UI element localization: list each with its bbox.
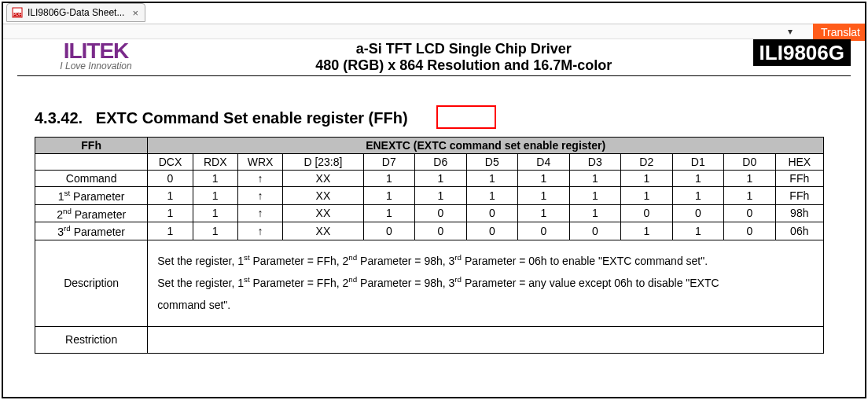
cell: 1 [724,171,776,187]
cell: ↑ [237,222,282,240]
cell: 06h [775,222,823,240]
hdr-ffh: FFh [35,138,148,154]
cell: 98h [775,204,823,222]
cell: 1 [621,171,673,187]
cell: 1 [363,204,415,222]
pdf-icon: PDF [12,7,23,18]
section-number: 4.3.42. [35,109,83,127]
col-d2: D2 [621,154,673,171]
col-blank [35,154,148,171]
cell: XX [283,187,363,205]
cell: 1 [363,171,415,187]
cell: 0 [415,222,467,240]
cell: ↑ [237,204,282,222]
description-text: Set the register, 1st Parameter = FFh, 2… [148,240,824,326]
table-row: 3rd Parameter 1 1 ↑ XX 0 0 0 0 0 1 1 0 0… [35,222,824,240]
table-row: Command 0 1 ↑ XX 1 1 1 1 1 1 1 1 FFh [35,171,824,187]
cell: 1 [415,171,467,187]
tab-bar: PDF ILI9806G-Data Sheet... × [3,3,865,24]
cell: 0 [148,171,193,187]
cell: 0 [466,222,518,240]
col-rdx: RDX [193,154,237,171]
section-title-b: (FFh) [364,109,408,127]
cell: 1 [724,187,776,205]
cell: 1 [518,187,570,205]
cell: 1 [193,222,237,240]
cell: 0 [466,204,518,222]
cell: 0 [621,204,673,222]
cell: XX [283,204,363,222]
section-heading: 4.3.42. EXTC Command Set enable register… [35,109,851,127]
cell: 1 [148,187,193,205]
row-label: 2nd Parameter [35,204,148,222]
register-table: FFh ENEXTC (EXTC command set enable regi… [35,137,824,354]
chip-badge-wrap: ILI9806G [753,41,851,65]
chip-badge: ILI9806G [753,39,851,66]
tab-title: ILI9806G-Data Sheet... [28,7,124,18]
close-icon[interactable]: × [129,7,138,19]
cell: 1 [466,187,518,205]
logo-text: ILITEK [17,41,175,61]
cell: 0 [724,204,776,222]
cell: 1 [518,171,570,187]
desc-label: Description [35,240,148,326]
cell: 1 [193,204,237,222]
toolbar: ▾ Translat [3,24,865,39]
cell: 1 [621,222,673,240]
row-label: 3rd Parameter [35,222,148,240]
title-line-1: a-Si TFT LCD Single Chip Driver [175,41,753,57]
cell: 1 [363,187,415,205]
cell: 1 [672,222,724,240]
cell: 1 [415,187,467,205]
section-title-a: EXTC Command Set enable register [96,109,364,127]
table-column-header: DCX RDX WRX D [23:8] D7 D6 D5 D4 D3 D2 D… [35,154,824,171]
cell: XX [283,171,363,187]
logo-subtitle: I Love Innovation [17,61,175,72]
hdr-enextc: ENEXTC (EXTC command set enable register… [148,138,824,154]
red-highlight-box [436,105,496,129]
cell: 0 [363,222,415,240]
document-area: ILITEK I Love Innovation a-Si TFT LCD Si… [3,41,865,354]
cell: 1 [569,204,621,222]
restriction-label: Restriction [35,326,148,353]
doc-header: ILITEK I Love Innovation a-Si TFT LCD Si… [17,41,851,74]
col-hex: HEX [775,154,823,171]
cell: XX [283,222,363,240]
cell: ↑ [237,171,282,187]
description-row: Description Set the register, 1st Parame… [35,240,824,326]
cell: 1 [569,187,621,205]
browser-tab[interactable]: PDF ILI9806G-Data Sheet... × [6,3,145,22]
cell: 1 [148,204,193,222]
col-d238: D [23:8] [283,154,363,171]
cell: FFh [775,171,823,187]
restriction-text [148,326,824,353]
window-frame: PDF ILI9806G-Data Sheet... × ▾ Translat … [2,2,866,398]
cell: FFh [775,187,823,205]
logo-block: ILITEK I Love Innovation [17,41,175,72]
col-d3: D3 [569,154,621,171]
translate-button[interactable]: Translat [813,24,865,41]
row-label: Command [35,171,148,187]
row-label: 1st Parameter [35,187,148,205]
cell: 1 [672,171,724,187]
col-d1: D1 [672,154,724,171]
col-d5: D5 [466,154,518,171]
cell: 1 [569,171,621,187]
restriction-row: Restriction [35,326,824,353]
cell: 0 [518,222,570,240]
cell: ↑ [237,187,282,205]
col-d7: D7 [363,154,415,171]
cell: 1 [621,187,673,205]
cell: 0 [672,204,724,222]
cell: 1 [466,171,518,187]
cell: 1 [518,204,570,222]
col-d4: D4 [518,154,570,171]
col-d0: D0 [724,154,776,171]
col-dcx: DCX [148,154,193,171]
cell: 1 [193,171,237,187]
cell: 1 [148,222,193,240]
toolbar-dropdown[interactable]: ▾ [788,26,793,37]
title-block: a-Si TFT LCD Single Chip Driver 480 (RGB… [175,41,753,74]
table-header-row-1: FFh ENEXTC (EXTC command set enable regi… [35,138,824,154]
title-line-2: 480 (RGB) x 864 Resolution and 16.7M-col… [175,57,753,74]
